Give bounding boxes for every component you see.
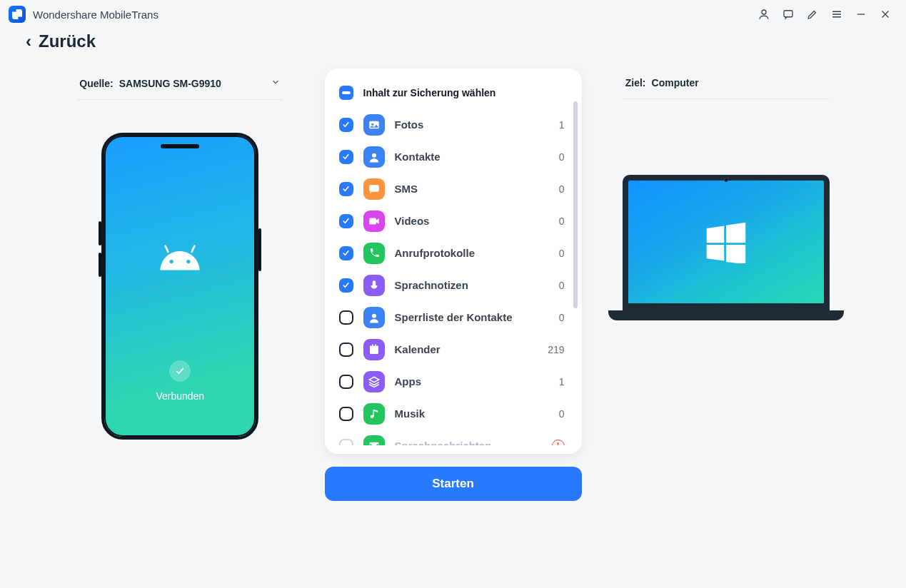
- target-laptop-illustration: [608, 175, 844, 320]
- row-label: Kalender: [395, 343, 538, 355]
- checkbox-kalender[interactable]: [339, 343, 353, 357]
- panel-header: Inhalt zur Sicherung wählen: [363, 87, 496, 98]
- app-title: Wondershare MobileTrans: [33, 9, 158, 21]
- svg-rect-1: [784, 11, 792, 17]
- row-count: 219: [548, 344, 568, 355]
- chevron-left-icon: ‹: [26, 31, 31, 51]
- row-count: 0: [548, 280, 568, 291]
- row-count: 0: [548, 216, 568, 227]
- content-row-fotos: Fotos1: [339, 108, 568, 141]
- music-icon: [363, 403, 385, 425]
- cal-icon: [363, 339, 385, 360]
- row-label: Sperrliste der Kontakte: [395, 311, 538, 323]
- checkbox-kontakte[interactable]: [339, 150, 353, 164]
- contact-icon: [363, 146, 385, 168]
- edit-icon[interactable]: [800, 2, 825, 26]
- content-row-sms: SMS0: [339, 173, 568, 205]
- row-count: 0: [548, 151, 568, 163]
- row-label: Sprachnachrichten: [395, 440, 542, 445]
- content-selection-card: Inhalt zur Sicherung wählen Fotos1Kontak…: [325, 69, 582, 454]
- source-selector[interactable]: Quelle: SAMSUNG SM-G9910: [76, 64, 283, 100]
- row-count: 0: [548, 183, 568, 195]
- row-label: Kontakte: [395, 151, 538, 163]
- content-row-musik: Musik0: [339, 397, 568, 430]
- sms-icon: [363, 178, 385, 200]
- checkbox-videos[interactable]: [339, 214, 353, 228]
- windows-icon: [628, 181, 824, 303]
- content-row-sprachnot: Sprachnotizen0: [339, 269, 568, 301]
- row-count: 1: [548, 119, 568, 131]
- voicemsg-icon: [363, 435, 385, 446]
- row-count: 1: [548, 376, 568, 387]
- row-count: 0: [548, 408, 568, 420]
- android-icon: [156, 243, 203, 274]
- svg-rect-16: [375, 344, 376, 347]
- call-icon: [363, 243, 385, 264]
- checkbox-musik[interactable]: [339, 407, 353, 421]
- chevron-down-icon[interactable]: [271, 77, 281, 89]
- contact-icon: [363, 307, 385, 328]
- target-row: Ziel: Computer: [623, 64, 830, 99]
- svg-rect-18: [373, 410, 374, 417]
- window-minimize-button[interactable]: [849, 2, 873, 26]
- app-logo-icon: [9, 6, 26, 23]
- content-row-videos: Videos0: [339, 205, 568, 237]
- back-label: Zurück: [39, 31, 96, 51]
- content-row-sperrliste: Sperrliste der Kontakte0: [339, 301, 568, 333]
- source-column: Quelle: SAMSUNG SM-G9910 Verbunden: [43, 64, 318, 440]
- check-circle-icon: [169, 360, 191, 382]
- row-label: Sprachnotizen: [395, 279, 538, 291]
- row-label: Apps: [395, 375, 538, 387]
- row-label: Anrufprotokolle: [395, 247, 538, 259]
- content-row-apps: Apps1: [339, 365, 568, 397]
- svg-point-3: [186, 260, 190, 263]
- photo-icon: [363, 114, 385, 136]
- menu-icon[interactable]: [825, 2, 849, 26]
- mic-icon: [363, 275, 385, 296]
- account-icon[interactable]: [752, 2, 776, 26]
- svg-rect-15: [372, 344, 373, 347]
- title-bar: Wondershare MobileTrans: [0, 0, 906, 29]
- content-row-kontakte: Kontakte0: [339, 141, 568, 173]
- svg-point-2: [170, 260, 173, 263]
- feedback-icon[interactable]: [776, 2, 800, 26]
- row-count: 0: [548, 248, 568, 259]
- checkbox-fotos[interactable]: [339, 118, 353, 132]
- target-column: Ziel: Computer: [589, 64, 864, 320]
- start-button[interactable]: Starten: [325, 467, 582, 501]
- checkbox-anruf[interactable]: [339, 246, 353, 260]
- content-column: Inhalt zur Sicherung wählen Fotos1Kontak…: [318, 64, 589, 501]
- svg-point-8: [372, 153, 376, 157]
- checkbox-apps[interactable]: [339, 375, 353, 389]
- phone-status: Verbunden: [104, 390, 256, 402]
- window-close-button[interactable]: [873, 2, 897, 26]
- content-row-sprachnachr: Sprachnachrichten!: [339, 430, 568, 445]
- source-phone-illustration: Verbunden: [101, 133, 258, 440]
- select-all-checkbox[interactable]: [339, 86, 353, 100]
- target-prefix: Ziel:: [625, 77, 646, 88]
- scrollbar[interactable]: [573, 101, 578, 308]
- checkbox-sms[interactable]: [339, 182, 353, 196]
- content-row-anruf: Anrufprotokolle0: [339, 237, 568, 269]
- content-row-kalender: Kalender219: [339, 333, 568, 365]
- svg-rect-10: [369, 218, 376, 224]
- row-label: Fotos: [395, 118, 538, 131]
- row-label: Videos: [395, 215, 538, 227]
- source-prefix: Quelle:: [79, 78, 113, 89]
- row-label: SMS: [395, 183, 538, 195]
- svg-point-0: [762, 10, 766, 14]
- target-device: Computer: [652, 77, 699, 88]
- row-count: 0: [548, 312, 568, 323]
- checkbox-sperrliste[interactable]: [339, 310, 353, 325]
- back-button[interactable]: ‹ Zurück: [0, 29, 906, 64]
- svg-rect-14: [370, 345, 378, 348]
- apps-icon: [363, 371, 385, 392]
- svg-rect-9: [369, 185, 379, 192]
- checkbox-sprachnot[interactable]: [339, 278, 353, 293]
- source-device: SAMSUNG SM-G9910: [119, 78, 221, 89]
- svg-point-7: [371, 123, 373, 125]
- video-icon: [363, 211, 385, 232]
- checkbox-sprachnachr: [339, 439, 353, 446]
- row-label: Musik: [395, 407, 538, 420]
- error-icon: !: [552, 440, 565, 446]
